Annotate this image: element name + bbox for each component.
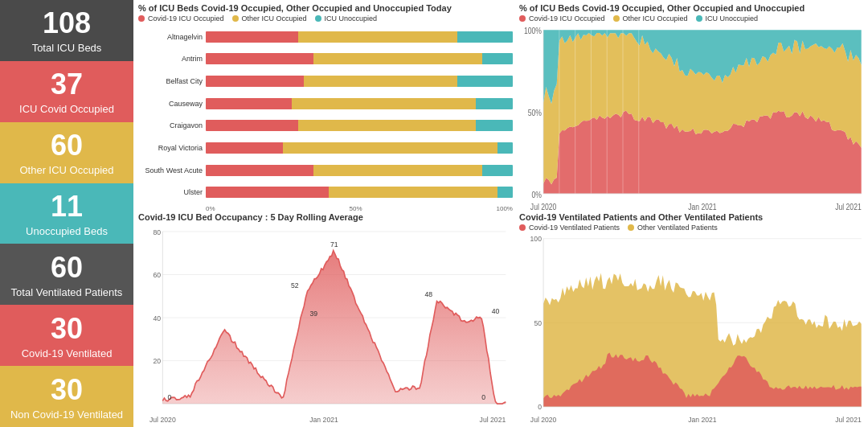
bar-covid-seg: [206, 53, 313, 64]
svg-text:71: 71: [330, 240, 338, 249]
bar-unoccupied-seg: [457, 31, 513, 43]
svg-text:Jul 2020: Jul 2020: [530, 415, 556, 423]
bar-label: Antrim: [138, 55, 203, 63]
a1-legend-unoccupied-dot: [696, 15, 702, 22]
axis-50: 50%: [350, 205, 362, 212]
svg-text:48: 48: [424, 289, 432, 298]
legend-unoccupied-label: ICU Unoccupied: [325, 14, 378, 23]
bar-track: [206, 120, 513, 131]
stat-covid-occupied-label: ICU Covid Occupied: [19, 103, 114, 115]
axis-100: 100%: [497, 205, 513, 212]
stat-unoccupied-number: 11: [51, 190, 83, 224]
area-chart-2-svg: 100 50 0 Jul 2020 Jan 2021 Jul 2021: [519, 235, 865, 424]
bar-label: Royal Victoria: [138, 144, 203, 152]
bar-other-seg: [313, 165, 482, 176]
a1-legend-other-label: Other ICU Occupied: [623, 14, 688, 23]
top-row: % of ICU Beds Covid-19 Occupied, Other O…: [138, 3, 865, 212]
svg-text:52: 52: [291, 281, 299, 289]
stat-noncovid-ventilated-number: 30: [51, 373, 83, 407]
stat-total-icu: 108 Total ICU Beds: [0, 0, 133, 61]
a1-legend-unoccupied-label: ICU Unoccupied: [706, 14, 759, 23]
bar-covid-seg: [206, 98, 292, 109]
bar-other-seg: [304, 76, 457, 87]
svg-text:50: 50: [534, 318, 542, 326]
area-chart-1-container: 100% 50% 0% Jul 2020 Jan 2021 Jul 2021: [519, 26, 865, 212]
area-chart-2-container: 100 50 0 Jul 2020 Jan 2021 Jul 2021: [519, 235, 865, 424]
stat-covid-occupied-number: 37: [51, 68, 83, 101]
bar-unoccupied-seg: [497, 187, 513, 198]
a1-legend-unoccupied: ICU Unoccupied: [696, 14, 759, 23]
bar-other-seg: [298, 31, 458, 43]
legend-covid-label: Covid-19 ICU Occupied: [148, 14, 224, 23]
svg-text:0: 0: [167, 393, 171, 402]
stat-total-icu-number: 108: [43, 6, 91, 40]
stat-other-occupied-label: Other ICU Occupied: [19, 164, 113, 176]
stat-unoccupied: 11 Unoccupied Beds: [0, 183, 133, 244]
svg-text:0: 0: [481, 393, 485, 402]
stat-covid-ventilated: 30 Covid-19 Ventilated: [0, 305, 133, 366]
bar-track: [206, 187, 513, 198]
a2-legend-covid: Covid-19 Ventilated Patients: [519, 224, 620, 232]
legend-other: Other ICU Occupied: [232, 14, 307, 23]
bar-row: Ulster: [138, 187, 513, 198]
area-chart-1-title: % of ICU Beds Covid-19 Occupied, Other O…: [519, 3, 865, 13]
area-chart-2-title: Covid-19 Ventilated Patients and Other V…: [519, 212, 865, 222]
a1-legend-other: Other ICU Occupied: [613, 14, 688, 23]
a2-legend-other-dot: [628, 224, 634, 231]
line-chart-svg: 80 60 40 20 052397148040 Jul 2020 Jan 20…: [138, 224, 513, 424]
axis-0: 0%: [206, 205, 215, 212]
bar-chart-panel: % of ICU Beds Covid-19 Occupied, Other O…: [138, 3, 513, 212]
stat-covid-ventilated-label: Covid-19 Ventilated: [22, 347, 113, 359]
bar-row: Craigavon: [138, 120, 513, 131]
svg-text:Jul 2020: Jul 2020: [530, 203, 556, 212]
bar-row: Antrim: [138, 53, 513, 64]
line-chart-title: Covid-19 ICU Bed Occupancy : 5 Day Rolli…: [138, 212, 513, 222]
bar-label: Craigavon: [138, 121, 203, 129]
area-chart-2-panel: Covid-19 Ventilated Patients and Other V…: [519, 212, 865, 424]
legend-unoccupied: ICU Unoccupied: [315, 14, 378, 23]
stat-covid-ventilated-number: 30: [51, 312, 83, 346]
bar-unoccupied-seg: [457, 76, 513, 87]
bar-track: [206, 98, 513, 109]
right-charts-top: % of ICU Beds Covid-19 Occupied, Other O…: [519, 3, 865, 212]
svg-text:Jul 2021: Jul 2021: [835, 203, 861, 212]
bar-unoccupied-seg: [482, 165, 513, 176]
a2-legend-other: Other Ventilated Patients: [628, 224, 718, 232]
bar-row: Altnagelvin: [138, 31, 513, 43]
bar-row: South West Acute: [138, 165, 513, 176]
bar-label: Belfast City: [138, 77, 203, 85]
main-content: % of ICU Beds Covid-19 Occupied, Other O…: [133, 0, 868, 427]
stat-ventilated-total: 60 Total Ventilated Patients: [0, 244, 133, 305]
bar-covid-seg: [206, 165, 313, 176]
bar-label: Altnagelvin: [138, 33, 203, 41]
svg-text:Jul 2021: Jul 2021: [835, 415, 861, 423]
a2-legend-covid-label: Covid-19 Ventilated Patients: [529, 224, 620, 232]
svg-text:Jul 2021: Jul 2021: [480, 415, 506, 424]
bar-chart-legend: Covid-19 ICU Occupied Other ICU Occupied…: [138, 14, 513, 23]
bar-other-seg: [298, 120, 477, 131]
bar-unoccupied-seg: [476, 98, 513, 109]
bar-row: Royal Victoria: [138, 142, 513, 154]
a1-legend-covid: Covid-19 ICU Occupied: [519, 14, 605, 23]
bar-covid-seg: [206, 31, 298, 43]
a1-legend-other-dot: [613, 15, 620, 22]
bar-unoccupied-seg: [497, 142, 513, 154]
stat-unoccupied-label: Unoccupied Beds: [26, 225, 108, 237]
bar-label: Causeway: [138, 100, 203, 108]
svg-text:0: 0: [538, 403, 542, 411]
svg-text:50%: 50%: [528, 108, 542, 117]
stat-noncovid-ventilated-label: Non Covid-19 Ventilated: [10, 409, 123, 421]
area-chart-2-inner: Covid-19 Ventilated Patients and Other V…: [519, 212, 865, 424]
bar-track: [206, 76, 513, 87]
stat-ventilated-total-label: Total Ventilated Patients: [11, 286, 123, 298]
a1-legend-covid-label: Covid-19 ICU Occupied: [529, 14, 605, 23]
line-chart-container: 80 60 40 20 052397148040 Jul 2020 Jan 20…: [138, 224, 513, 424]
svg-text:Jan 2021: Jan 2021: [688, 415, 716, 423]
a1-legend-covid-dot: [519, 15, 526, 22]
svg-text:80: 80: [154, 228, 162, 236]
bar-other-seg: [329, 187, 497, 198]
bar-covid-seg: [206, 76, 304, 87]
stat-other-occupied: 60 Other ICU Occupied: [0, 122, 133, 183]
bar-chart-title: % of ICU Beds Covid-19 Occupied, Other O…: [138, 3, 513, 13]
stat-noncovid-ventilated: 30 Non Covid-19 Ventilated: [0, 366, 133, 427]
